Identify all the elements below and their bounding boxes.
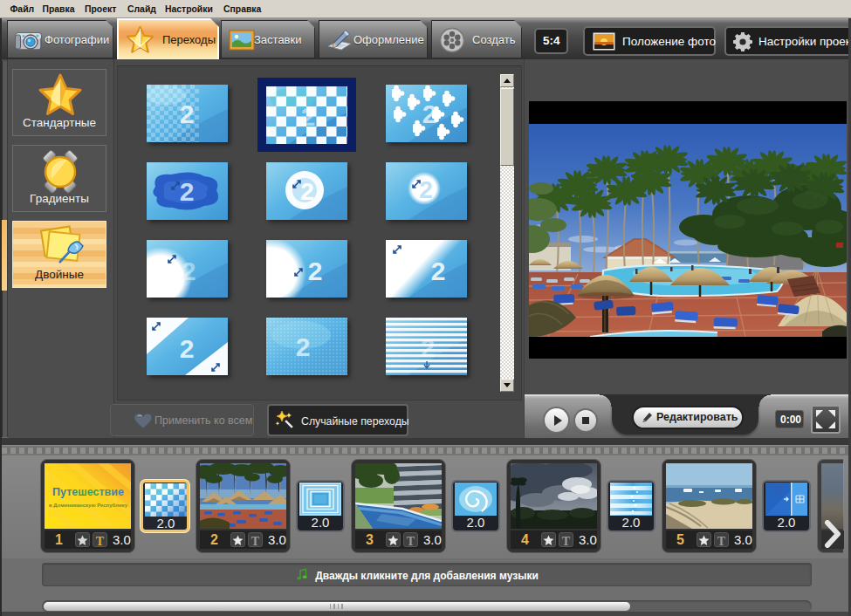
svg-text:2: 2 [300, 178, 314, 205]
svg-text:2: 2 [431, 257, 446, 285]
svg-text:2: 2 [182, 257, 196, 285]
svg-text:2: 2 [419, 176, 433, 203]
svg-text:2: 2 [421, 333, 436, 362]
svg-text:2: 2 [180, 177, 195, 206]
svg-text:2: 2 [296, 332, 311, 361]
svg-text:2: 2 [180, 334, 195, 363]
svg-text:в Доминиканскую Республику: в Доминиканскую Республику [49, 503, 128, 508]
svg-text:2: 2 [180, 99, 195, 128]
svg-text:Путешествие: Путешествие [52, 486, 124, 498]
svg-text:2: 2 [308, 257, 323, 285]
